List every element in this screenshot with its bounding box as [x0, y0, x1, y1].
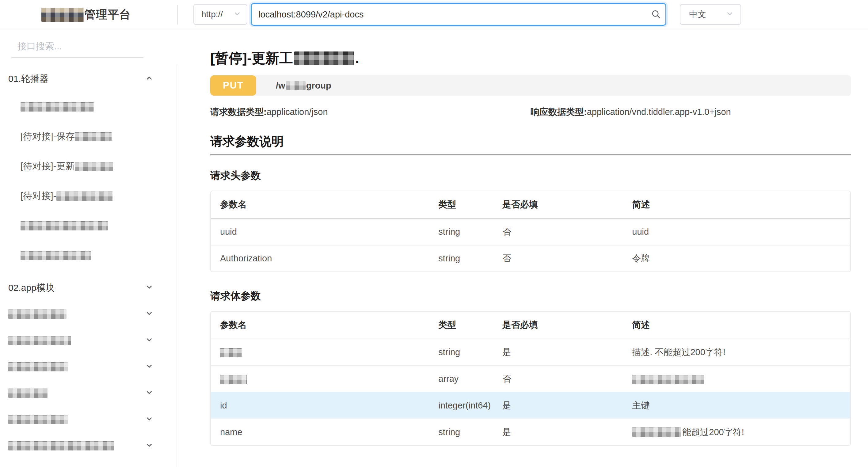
param-desc-cell: 主键	[629, 392, 850, 419]
param-name-cell: id	[211, 392, 436, 419]
api-docs-url-field	[251, 3, 666, 26]
sidebar-group[interactable]	[0, 354, 177, 380]
redacted-text	[220, 348, 242, 357]
sidebar-group-label: 01.轮播器	[8, 73, 145, 85]
chevron-down-icon	[145, 310, 153, 319]
api-item-label: [待对接]-	[21, 190, 56, 202]
sidebar-group-label	[8, 336, 145, 345]
redacted-text	[8, 336, 71, 345]
redacted-text	[8, 362, 68, 371]
sidebar: 01.轮播器 [待对接]-保存 [待对接]-更新 [待对接]-	[0, 29, 177, 467]
chevron-down-icon	[145, 283, 153, 292]
api-title-suffix: .	[355, 50, 359, 66]
subsection-title-header-params: 请求头参数	[210, 169, 851, 183]
sidebar-group[interactable]	[0, 327, 177, 354]
endpoint-path-suffix: group	[306, 81, 331, 91]
sidebar-right-divider	[177, 64, 177, 467]
section-title-notes: 附加说明	[210, 465, 851, 467]
response-content-type: 响应数据类型:application/vnd.tiddler.app-v1.0+…	[531, 106, 851, 118]
chevron-down-icon	[145, 388, 153, 398]
api-title: [暂停]-更新工 .	[210, 49, 851, 67]
app-title: 管理平台	[84, 7, 131, 22]
table-row-highlighted: id integer(int64) 是 主键	[211, 392, 850, 419]
param-type-cell: string	[436, 339, 500, 366]
param-required-cell: 是	[500, 392, 629, 419]
api-search-field	[11, 37, 144, 58]
chevron-down-icon	[145, 336, 153, 345]
protocol-select[interactable]: http://	[193, 4, 247, 25]
col-type: 类型	[436, 191, 500, 218]
redacted-text	[8, 388, 48, 398]
table-row: name string 是 能超过200字符!	[211, 419, 850, 445]
sidebar-group[interactable]	[0, 380, 177, 406]
chevron-down-icon	[233, 10, 241, 19]
chevron-down-icon	[145, 441, 153, 450]
table-row: string 是 描述. 不能超过200字符!	[211, 339, 850, 366]
sidebar-api-item[interactable]: [待对接]-	[0, 181, 177, 211]
col-param-name: 参数名	[211, 191, 436, 218]
sidebar-group-label	[8, 362, 145, 371]
content-type-row: 请求数据类型:application/json 响应数据类型:applicati…	[210, 106, 851, 118]
redacted-text	[56, 191, 113, 201]
endpoint-bar: PUT /w group	[210, 75, 851, 96]
table-header-row: 参数名 类型 是否必填 简述	[211, 312, 850, 339]
col-desc: 简述	[629, 191, 850, 218]
param-required-cell: 是	[500, 419, 629, 445]
param-type-cell: array	[436, 366, 500, 392]
response-type-value: application/vnd.tiddler.app-v1.0+json	[587, 107, 731, 117]
sidebar-api-item[interactable]	[0, 92, 177, 122]
redacted-text	[21, 102, 94, 112]
sidebar-group[interactable]	[0, 433, 177, 459]
redacted-text	[632, 428, 681, 437]
redacted-text	[21, 251, 91, 260]
param-desc-suffix: 能超过200字符!	[682, 425, 744, 439]
param-name-cell	[211, 339, 436, 366]
param-name-cell	[211, 366, 436, 392]
url-input[interactable]	[252, 9, 647, 20]
param-required-cell: 否	[500, 366, 629, 392]
param-desc-cell: 能超过200字符!	[629, 419, 850, 445]
sidebar-api-item[interactable]	[0, 211, 177, 241]
sidebar-group-app[interactable]: 02.app模块	[0, 275, 177, 301]
param-desc-cell: uuid	[629, 218, 850, 245]
param-name-cell: uuid	[211, 218, 436, 245]
sidebar-group[interactable]	[0, 301, 177, 327]
api-search-input[interactable]	[11, 37, 144, 57]
search-icon[interactable]	[647, 9, 665, 20]
redacted-text	[8, 415, 68, 424]
body-params-table: 参数名 类型 是否必填 简述 string 是 描述. 不能超过200字符! a…	[210, 311, 851, 446]
redacted-text	[75, 132, 112, 141]
api-doc-main: [暂停]-更新工 . PUT /w group 请求数据类型:applicati…	[178, 29, 868, 467]
col-param-name: 参数名	[211, 312, 436, 339]
redacted-text	[8, 310, 66, 319]
section-title-request-params: 请求参数说明	[210, 133, 851, 150]
sidebar-api-item[interactable]	[0, 241, 177, 270]
sidebar-api-item[interactable]: [待对接]-保存	[0, 122, 177, 151]
param-required-cell: 否	[500, 218, 629, 245]
endpoint-path: /w group	[276, 81, 331, 91]
table-row: Authorization string 否 令牌	[211, 245, 850, 272]
language-select[interactable]: 中文	[680, 4, 741, 25]
language-select-value: 中文	[689, 8, 706, 20]
api-title-prefix: [暂停]-更新工	[210, 49, 293, 67]
param-required-cell: 是	[500, 339, 629, 366]
param-name-cell: Authorization	[211, 245, 436, 272]
redacted-text	[8, 441, 114, 450]
redacted-logo-mark	[41, 8, 84, 22]
param-name-cell: name	[211, 419, 436, 445]
sidebar-api-item[interactable]: [待对接]-更新	[0, 151, 177, 181]
response-type-label: 响应数据类型:	[531, 107, 587, 117]
api-menu: 01.轮播器 [待对接]-保存 [待对接]-更新 [待对接]-	[0, 66, 177, 459]
chevron-down-icon	[145, 415, 153, 424]
param-type-cell: string	[436, 218, 500, 245]
chevron-down-icon	[145, 362, 153, 371]
sidebar-group-carousel[interactable]: 01.轮播器	[0, 66, 177, 92]
section-divider	[210, 154, 851, 155]
redacted-text	[75, 162, 113, 171]
sidebar-group[interactable]	[0, 406, 177, 433]
param-desc-cell: 描述. 不能超过200字符!	[629, 339, 850, 366]
col-required: 是否必填	[500, 191, 629, 218]
request-type-value: application/json	[267, 107, 328, 117]
table-row: uuid string 否 uuid	[211, 218, 850, 245]
chevron-down-icon	[726, 10, 734, 19]
